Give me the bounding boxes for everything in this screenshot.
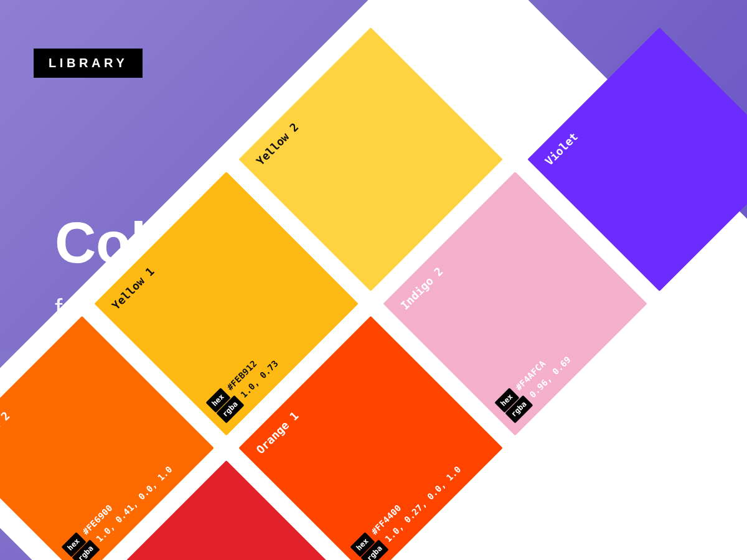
- swatch-name: Violet: [542, 130, 580, 168]
- library-badge: LIBRARY: [34, 49, 143, 78]
- swatch-codes: hex#FEB912 rgba1.0, 0.73: [205, 347, 283, 424]
- swatch-name: Yellow 1: [110, 264, 157, 312]
- library-badge-label: LIBRARY: [49, 56, 128, 70]
- swatch-name: Indigo 2: [398, 264, 445, 312]
- swatch-codes: hex#F4AFCA rgba0.96, 0.69: [494, 343, 575, 424]
- swatch-name: Orange 1: [253, 409, 301, 456]
- swatch-name: Yellow 2: [253, 120, 301, 167]
- swatch-name: Orange 2: [0, 409, 12, 456]
- swatch-codes: hex#FF4400 rgba1.0, 0.27, 0.0, 1.0: [350, 452, 465, 560]
